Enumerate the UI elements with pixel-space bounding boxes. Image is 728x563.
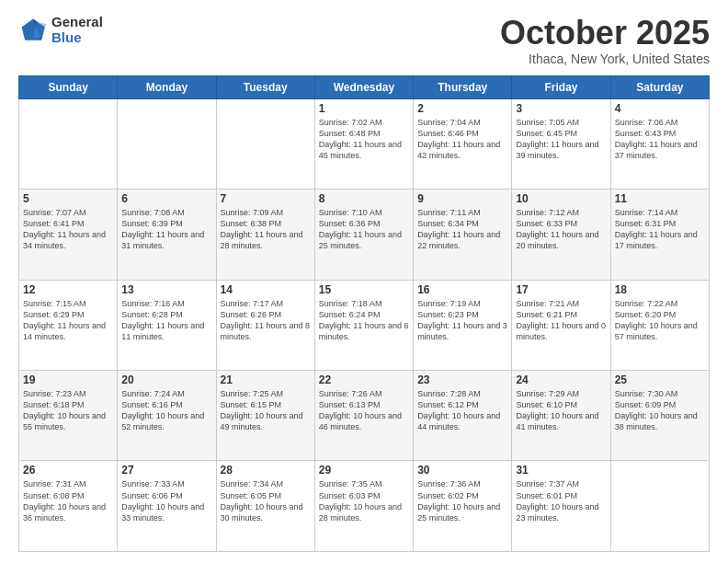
day-number: 7 (221, 192, 311, 205)
calendar-cell: 30Sunrise: 7:36 AM Sunset: 6:02 PM Dayli… (414, 461, 512, 552)
header-friday: Friday (512, 75, 610, 98)
day-number: 4 (615, 102, 705, 115)
logo-general-text: General (51, 15, 103, 30)
calendar-cell: 2Sunrise: 7:04 AM Sunset: 6:46 PM Daylig… (414, 98, 512, 189)
header-saturday: Saturday (610, 75, 709, 98)
day-number: 11 (615, 192, 705, 205)
header-thursday: Thursday (414, 75, 512, 98)
day-number: 28 (221, 464, 311, 477)
day-info: Sunrise: 7:21 AM Sunset: 6:21 PM Dayligh… (516, 298, 606, 343)
calendar-cell: 23Sunrise: 7:28 AM Sunset: 6:12 PM Dayli… (414, 371, 512, 461)
day-info: Sunrise: 7:10 AM Sunset: 6:36 PM Dayligh… (319, 207, 409, 252)
day-number: 19 (23, 373, 113, 386)
calendar-cell: 26Sunrise: 7:31 AM Sunset: 6:08 PM Dayli… (19, 461, 118, 552)
day-info: Sunrise: 7:05 AM Sunset: 6:45 PM Dayligh… (516, 117, 606, 162)
day-info: Sunrise: 7:18 AM Sunset: 6:24 PM Dayligh… (319, 298, 409, 343)
day-info: Sunrise: 7:19 AM Sunset: 6:23 PM Dayligh… (417, 298, 507, 343)
title-section: October 2025 Ithaca, New York, United St… (500, 15, 710, 66)
day-number: 22 (319, 373, 409, 386)
day-info: Sunrise: 7:09 AM Sunset: 6:38 PM Dayligh… (221, 207, 311, 252)
day-info: Sunrise: 7:26 AM Sunset: 6:13 PM Dayligh… (319, 388, 409, 433)
page: General Blue October 2025 Ithaca, New Yo… (0, 0, 728, 563)
calendar-cell: 10Sunrise: 7:12 AM Sunset: 6:33 PM Dayli… (512, 190, 610, 280)
day-info: Sunrise: 7:02 AM Sunset: 6:48 PM Dayligh… (319, 117, 409, 162)
calendar-week-5: 26Sunrise: 7:31 AM Sunset: 6:08 PM Dayli… (19, 461, 710, 552)
day-info: Sunrise: 7:28 AM Sunset: 6:12 PM Dayligh… (417, 388, 507, 433)
day-number: 26 (23, 464, 113, 477)
day-number: 6 (121, 192, 211, 205)
calendar-cell: 17Sunrise: 7:21 AM Sunset: 6:21 PM Dayli… (512, 280, 610, 370)
calendar-cell: 13Sunrise: 7:16 AM Sunset: 6:28 PM Dayli… (118, 280, 216, 370)
calendar-cell: 5Sunrise: 7:07 AM Sunset: 6:41 PM Daylig… (19, 190, 118, 280)
calendar-cell: 8Sunrise: 7:10 AM Sunset: 6:36 PM Daylig… (314, 190, 413, 280)
day-info: Sunrise: 7:22 AM Sunset: 6:20 PM Dayligh… (615, 298, 705, 343)
day-info: Sunrise: 7:08 AM Sunset: 6:39 PM Dayligh… (121, 207, 211, 252)
calendar-cell: 19Sunrise: 7:23 AM Sunset: 6:18 PM Dayli… (19, 371, 118, 461)
calendar-week-1: 1Sunrise: 7:02 AM Sunset: 6:48 PM Daylig… (19, 98, 710, 189)
day-info: Sunrise: 7:23 AM Sunset: 6:18 PM Dayligh… (23, 388, 113, 433)
day-number: 25 (615, 373, 705, 386)
day-info: Sunrise: 7:07 AM Sunset: 6:41 PM Dayligh… (23, 207, 113, 252)
calendar-cell: 6Sunrise: 7:08 AM Sunset: 6:39 PM Daylig… (118, 190, 216, 280)
calendar-cell (610, 461, 709, 552)
calendar-cell: 21Sunrise: 7:25 AM Sunset: 6:15 PM Dayli… (216, 371, 314, 461)
day-number: 3 (516, 102, 606, 115)
month-title: October 2025 (500, 15, 710, 52)
day-number: 31 (516, 464, 606, 477)
day-info: Sunrise: 7:12 AM Sunset: 6:33 PM Dayligh… (516, 207, 606, 252)
calendar-cell: 1Sunrise: 7:02 AM Sunset: 6:48 PM Daylig… (314, 98, 413, 189)
calendar-cell: 14Sunrise: 7:17 AM Sunset: 6:26 PM Dayli… (216, 280, 314, 370)
day-number: 5 (23, 192, 113, 205)
calendar-cell: 24Sunrise: 7:29 AM Sunset: 6:10 PM Dayli… (512, 371, 610, 461)
calendar-week-2: 5Sunrise: 7:07 AM Sunset: 6:41 PM Daylig… (19, 190, 710, 280)
logo-icon (18, 16, 48, 45)
day-number: 27 (121, 464, 211, 477)
calendar-cell: 25Sunrise: 7:30 AM Sunset: 6:09 PM Dayli… (610, 371, 709, 461)
calendar-cell: 27Sunrise: 7:33 AM Sunset: 6:06 PM Dayli… (118, 461, 216, 552)
day-number: 8 (319, 192, 409, 205)
day-number: 1 (319, 102, 409, 115)
calendar-cell: 22Sunrise: 7:26 AM Sunset: 6:13 PM Dayli… (314, 371, 413, 461)
day-info: Sunrise: 7:04 AM Sunset: 6:46 PM Dayligh… (417, 117, 507, 162)
header-monday: Monday (118, 75, 216, 98)
day-number: 16 (417, 283, 507, 296)
logo: General Blue (18, 15, 103, 45)
calendar-week-3: 12Sunrise: 7:15 AM Sunset: 6:29 PM Dayli… (19, 280, 710, 370)
calendar-cell: 7Sunrise: 7:09 AM Sunset: 6:38 PM Daylig… (216, 190, 314, 280)
day-info: Sunrise: 7:37 AM Sunset: 6:01 PM Dayligh… (516, 478, 606, 523)
day-number: 18 (615, 283, 705, 296)
calendar-cell: 16Sunrise: 7:19 AM Sunset: 6:23 PM Dayli… (414, 280, 512, 370)
day-info: Sunrise: 7:06 AM Sunset: 6:43 PM Dayligh… (615, 117, 705, 162)
day-number: 2 (417, 102, 507, 115)
calendar-cell: 31Sunrise: 7:37 AM Sunset: 6:01 PM Dayli… (512, 461, 610, 552)
header-sunday: Sunday (19, 75, 118, 98)
day-info: Sunrise: 7:24 AM Sunset: 6:16 PM Dayligh… (121, 388, 211, 433)
calendar-cell: 18Sunrise: 7:22 AM Sunset: 6:20 PM Dayli… (610, 280, 709, 370)
day-number: 21 (221, 373, 311, 386)
weekday-header-row: Sunday Monday Tuesday Wednesday Thursday… (19, 75, 710, 98)
header-wednesday: Wednesday (314, 75, 413, 98)
logo-blue-text: Blue (51, 30, 103, 46)
day-info: Sunrise: 7:34 AM Sunset: 6:05 PM Dayligh… (221, 478, 311, 523)
day-info: Sunrise: 7:30 AM Sunset: 6:09 PM Dayligh… (615, 388, 705, 433)
logo-text: General Blue (51, 15, 103, 45)
day-info: Sunrise: 7:14 AM Sunset: 6:31 PM Dayligh… (615, 207, 705, 252)
day-number: 13 (121, 283, 211, 296)
day-number: 17 (516, 283, 606, 296)
day-info: Sunrise: 7:33 AM Sunset: 6:06 PM Dayligh… (121, 478, 211, 523)
calendar-week-4: 19Sunrise: 7:23 AM Sunset: 6:18 PM Dayli… (19, 371, 710, 461)
day-info: Sunrise: 7:35 AM Sunset: 6:03 PM Dayligh… (319, 478, 409, 523)
day-info: Sunrise: 7:25 AM Sunset: 6:15 PM Dayligh… (221, 388, 311, 433)
day-info: Sunrise: 7:11 AM Sunset: 6:34 PM Dayligh… (417, 207, 507, 252)
day-number: 14 (221, 283, 311, 296)
calendar-cell: 12Sunrise: 7:15 AM Sunset: 6:29 PM Dayli… (19, 280, 118, 370)
day-info: Sunrise: 7:15 AM Sunset: 6:29 PM Dayligh… (23, 298, 113, 343)
day-info: Sunrise: 7:29 AM Sunset: 6:10 PM Dayligh… (516, 388, 606, 433)
calendar-cell: 11Sunrise: 7:14 AM Sunset: 6:31 PM Dayli… (610, 190, 709, 280)
calendar-cell: 4Sunrise: 7:06 AM Sunset: 6:43 PM Daylig… (610, 98, 709, 189)
calendar-cell (118, 98, 216, 189)
location: Ithaca, New York, United States (500, 52, 710, 66)
day-number: 12 (23, 283, 113, 296)
day-number: 23 (417, 373, 507, 386)
day-number: 24 (516, 373, 606, 386)
